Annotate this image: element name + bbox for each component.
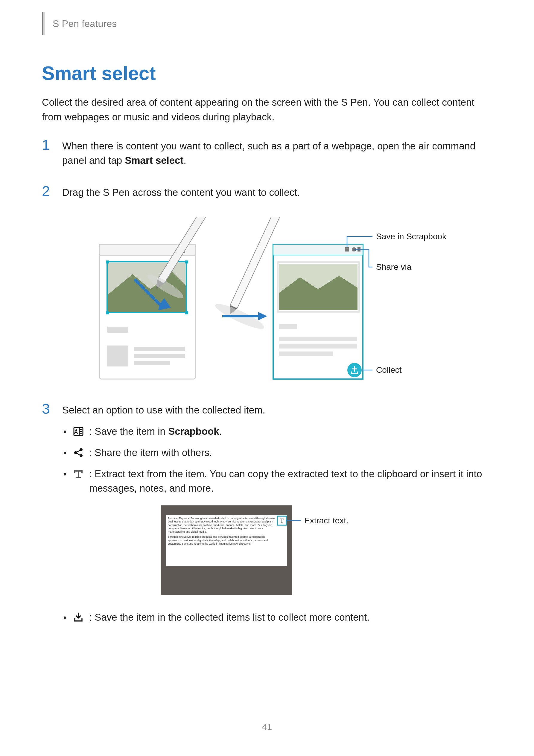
- t: : Save the item in: [89, 426, 168, 437]
- step-1-text: When there is content you want to collec…: [62, 139, 492, 168]
- share-icon: [73, 447, 84, 458]
- step-1-bold: Smart select: [125, 155, 183, 166]
- option-extract-text: • : Extract text from the item. You can …: [62, 467, 492, 496]
- svg-marker-27: [258, 312, 267, 320]
- svg-rect-16: [134, 354, 185, 358]
- svg-rect-9: [106, 260, 109, 263]
- extract-para-2: Through innovative, reliable products an…: [168, 536, 275, 546]
- page-number: 41: [0, 722, 534, 732]
- text-icon: [73, 469, 84, 479]
- figure1-svg: Save in Scrapbook Share via Collect: [82, 217, 453, 385]
- svg-rect-10: [185, 311, 188, 314]
- header-accent-mark: [42, 12, 45, 35]
- step-1-text-b: .: [183, 155, 186, 166]
- option-collect-more: • : Save the item in the collected items…: [62, 610, 492, 625]
- step-2-text: Drag the S Pen across the content you wa…: [62, 185, 492, 200]
- scrapbook-icon: [73, 426, 84, 437]
- step-number: 3: [42, 402, 53, 416]
- bullet-dot: •: [62, 425, 67, 438]
- svg-rect-39: [279, 352, 333, 356]
- step-3-text: Select an option to use with the collect…: [62, 403, 492, 418]
- source-device: [100, 244, 195, 379]
- step-number: 1: [42, 138, 53, 152]
- option-scrapbook: • : Save the item in Scrapbook.: [62, 424, 492, 439]
- svg-point-47: [80, 448, 83, 451]
- step-1: 1 When there is content you want to coll…: [42, 139, 492, 168]
- figure-extract-text: T For over 70 years, Samsung has been de…: [62, 502, 492, 598]
- option-scrapbook-text: : Save the item in Scrapbook.: [89, 424, 492, 439]
- svg-rect-38: [279, 344, 357, 348]
- svg-rect-12: [106, 311, 109, 314]
- figure-smart-select-drag: Save in Scrapbook Share via Collect: [42, 217, 492, 385]
- extract-para-1: For over 70 years, Samsung has been dedi…: [168, 517, 275, 533]
- svg-rect-30: [345, 247, 349, 252]
- step-3: 3 Select an option to use with the colle…: [42, 403, 492, 632]
- callout-extract-text: Extract text.: [304, 516, 348, 525]
- svg-rect-37: [279, 337, 357, 341]
- svg-rect-17: [134, 361, 170, 365]
- option-list: • : Save the item in Scrapbook.: [62, 424, 492, 496]
- page-title: Smart select: [42, 62, 492, 84]
- step-2: 2 Drag the S Pen across the content you …: [42, 185, 492, 200]
- page: S Pen features Smart select Collect the …: [0, 0, 534, 756]
- figure2-svg: T For over 70 years, Samsung has been de…: [158, 502, 397, 598]
- step-1-text-a: When there is content you want to collec…: [62, 140, 475, 166]
- option-extract-text-text: : Extract text from the item. You can co…: [89, 467, 492, 496]
- svg-point-43: [75, 429, 77, 431]
- option-share-text: : Share the item with others.: [89, 446, 492, 460]
- t-bold: Scrapbook: [168, 426, 219, 437]
- option-list-2: • : Save the item in the collected items…: [62, 610, 492, 625]
- step-3-body: Select an option to use with the collect…: [62, 403, 492, 632]
- bullet-dot: •: [62, 468, 67, 480]
- result-panel: [273, 244, 363, 379]
- intro-paragraph: Collect the desired area of content appe…: [42, 95, 492, 124]
- svg-line-51: [77, 453, 80, 455]
- svg-point-49: [80, 454, 83, 457]
- bullet-dot: •: [62, 447, 67, 459]
- svg-rect-14: [107, 345, 128, 366]
- option-collect-more-text: : Save the item in the collected items l…: [89, 610, 492, 625]
- svg-rect-13: [107, 327, 128, 333]
- svg-rect-29: [273, 244, 363, 255]
- svg-rect-15: [134, 347, 185, 351]
- callout-save-scrapbook: Save in Scrapbook: [376, 232, 447, 241]
- svg-rect-36: [279, 324, 297, 329]
- svg-point-48: [74, 451, 77, 454]
- callout-share-via: Share via: [376, 262, 412, 272]
- svg-rect-11: [185, 260, 188, 263]
- step-number: 2: [42, 184, 53, 199]
- bullet-dot: •: [62, 611, 67, 624]
- t: .: [219, 426, 222, 437]
- svg-line-50: [77, 450, 80, 452]
- header-bar: S Pen features: [42, 12, 492, 35]
- section-breadcrumb: S Pen features: [53, 18, 117, 29]
- callout-collect: Collect: [376, 365, 402, 375]
- extract-t-button: T: [280, 517, 283, 524]
- download-tray-icon: [73, 612, 84, 623]
- option-share: • : Share the item with others.: [62, 446, 492, 460]
